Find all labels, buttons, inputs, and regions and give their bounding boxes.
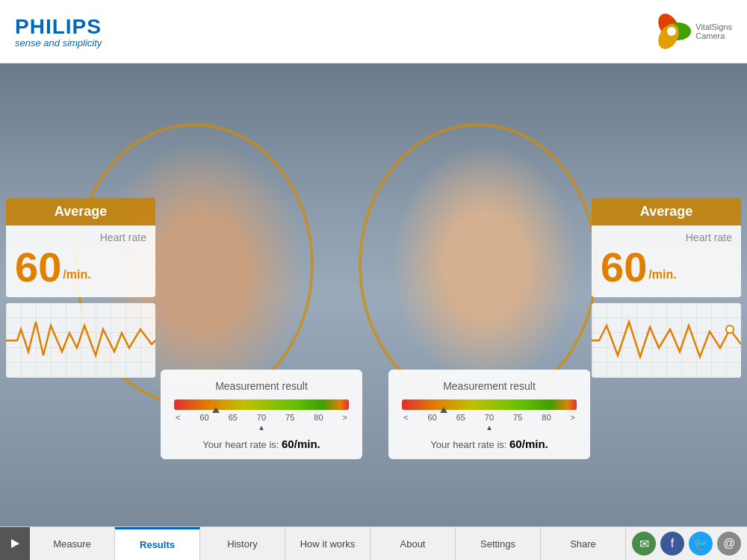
hr-value-right: 60 /min. — [601, 246, 732, 288]
hr-panel-right: Heart rate 60 /min. — [592, 225, 741, 297]
bar-indicator-left — [212, 407, 220, 413]
hr-result-value-right: 60/min. — [509, 438, 548, 450]
social-icons: ✉ f 🐦 @ — [626, 527, 747, 560]
waveform-svg-left — [6, 303, 155, 378]
twitter-icon-button[interactable]: 🐦 — [689, 532, 713, 556]
average-label-right: Average — [592, 198, 741, 225]
tab-settings[interactable]: Settings — [456, 527, 541, 560]
color-bar-scale-right: < 60 65 70 75 80 > — [402, 413, 577, 422]
hr-value-left: 60 /min. — [15, 246, 146, 288]
philips-tagline: sense and simplicity — [15, 37, 102, 49]
tab-share[interactable]: Share — [541, 527, 626, 560]
facebook-icon-button[interactable]: f — [660, 532, 684, 556]
tab-about[interactable]: About — [371, 527, 456, 560]
tab-history[interactable]: History — [200, 527, 285, 560]
tab-results[interactable]: Results — [115, 527, 200, 560]
hr-panel-left: Heart rate 60 /min. — [6, 225, 155, 297]
vitalsigns-brand-text: VitalSigns Camera — [695, 22, 732, 40]
measurement-panel-left: Measurement result < 60 65 70 75 80 > ▲ … — [161, 370, 362, 459]
color-bar-gradient-left — [174, 399, 349, 410]
panel-right: Average Heart rate 60 /min. — [592, 198, 741, 378]
vitalsigns-logo: VitalSigns Camera — [652, 12, 732, 51]
bar-indicator-right — [440, 407, 447, 413]
header: PHILIPS sense and simplicity VitalSigns … — [0, 0, 747, 63]
hr-label-left: Heart rate — [15, 231, 146, 243]
hr-unit-left: /min. — [63, 269, 90, 281]
hr-unit-right: /min. — [648, 269, 676, 281]
vitalsigns-line1: VitalSigns — [695, 22, 732, 31]
tagline-text: sense and simplicity — [15, 37, 102, 49]
svg-point-4 — [726, 326, 734, 333]
vitalsigns-line2: Camera — [695, 31, 732, 40]
hr-number-left: 60 — [15, 246, 61, 288]
hr-number-right: 60 — [601, 246, 647, 288]
measurement-title-left: Measurement result — [174, 380, 349, 392]
hr-result-text-right: Your heart rate is: — [430, 439, 509, 450]
waveform-right — [592, 303, 741, 378]
hr-result-text-left: Your heart rate is: — [202, 439, 282, 450]
waveform-left — [6, 303, 155, 378]
philips-logo: PHILIPS sense and simplicity — [15, 15, 102, 49]
hr-result-left: Your heart rate is: 60/min. — [174, 438, 349, 450]
tab-measure[interactable]: Measure — [30, 527, 115, 560]
bottom-nav: Measure Results History How it works Abo… — [0, 526, 747, 560]
svg-marker-5 — [11, 539, 19, 548]
hr-result-value-left: 60/min. — [282, 438, 320, 450]
average-label-left: Average — [6, 198, 155, 225]
play-icon — [10, 538, 20, 549]
mail-icon-button[interactable]: ✉ — [632, 532, 656, 556]
waveform-svg-right — [592, 303, 741, 378]
hr-result-right: Your heart rate is: 60/min. — [402, 438, 577, 450]
nav-tabs: Measure Results History How it works Abo… — [30, 527, 626, 560]
color-bar-left — [174, 399, 349, 410]
color-bar-right — [402, 399, 577, 410]
vitalsigns-icon — [652, 12, 691, 51]
email-icon-button[interactable]: @ — [717, 532, 741, 556]
play-button[interactable] — [0, 527, 30, 560]
panel-left: Average Heart rate 60 /min. — [6, 198, 155, 378]
measurement-panel-right: Measurement result < 60 65 70 75 80 > ▲ … — [388, 370, 590, 459]
hr-label-right: Heart rate — [601, 231, 732, 243]
tab-how-it-works[interactable]: How it works — [285, 527, 371, 560]
svg-point-3 — [667, 27, 676, 36]
color-bar-gradient-right — [402, 399, 577, 410]
camera-area: Average Heart rate 60 /min. Average Hear… — [0, 63, 747, 526]
color-bar-scale-left: < 60 65 70 75 80 > — [174, 413, 349, 422]
philips-brand: PHILIPS — [15, 15, 102, 39]
measurement-title-right: Measurement result — [402, 380, 577, 392]
